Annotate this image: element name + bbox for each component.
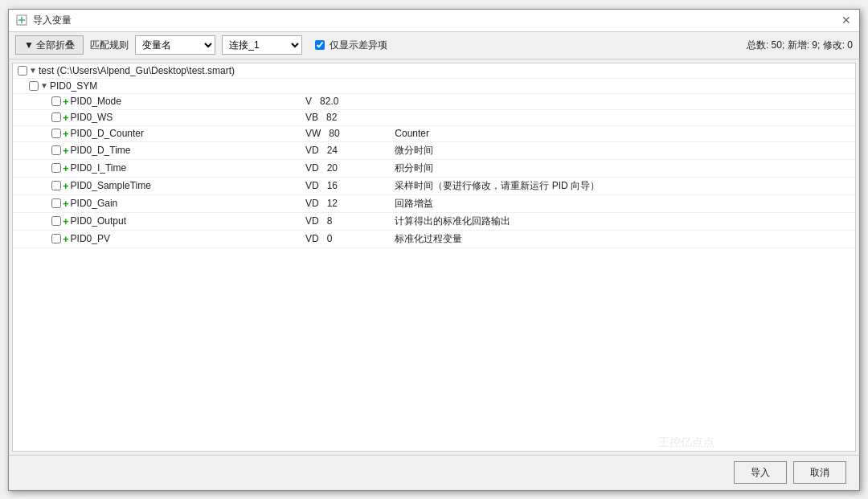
pid0-sampletime-checkbox[interactable] <box>51 181 61 190</box>
match-rule-label: 匹配规则 <box>90 39 129 52</box>
pid0-itime-type: VD 20 <box>302 159 391 177</box>
pid0-mode-comment <box>391 93 855 109</box>
pid0-dtime-name: + PID0_D_Time <box>16 145 299 157</box>
table-row[interactable]: + PID0_PV VD 0 标准化过程变量 <box>13 230 855 247</box>
pid0-pv-name: + PID0_PV <box>16 233 299 245</box>
main-area: ▼ test (C:\Users\Alpend_Gu\Desktop\test.… <box>9 59 859 455</box>
pid0-output-type: VD 8 <box>302 212 391 230</box>
show-diff-label: 仅显示差异项 <box>330 39 387 52</box>
pid0-dtime-comment: 微分时间 <box>391 141 855 159</box>
toolbar: ▼ 全部折叠 匹配规则 变量名 连接_1 仅显示差异项 总数: 50; 新增: … <box>9 32 859 59</box>
pid0-output-checkbox[interactable] <box>51 216 61 226</box>
pid0-mode-plus-icon: + <box>63 96 69 108</box>
pid0-ws-checkbox[interactable] <box>51 112 61 122</box>
pid0-output-name: + PID0_Output <box>16 215 299 227</box>
root-type <box>302 63 391 79</box>
pid0-dtime-type: VD 24 <box>302 141 391 159</box>
pid0-gain-checkbox[interactable] <box>51 198 61 208</box>
pid0-gain-name: + PID0_Gain <box>16 198 299 210</box>
pid0-pv-plus-icon: + <box>63 233 69 245</box>
table-row[interactable]: + PID0_D_Counter VW 80 Counter <box>13 125 855 141</box>
pid0-mode-checkbox[interactable] <box>51 96 61 106</box>
root-checkbox[interactable] <box>18 66 27 76</box>
pid0-sampletime-type: VD 16 <box>302 177 391 194</box>
variable-tree-table: ▼ test (C:\Users\Alpend_Gu\Desktop\test.… <box>13 63 855 248</box>
pid0-pv-checkbox[interactable] <box>51 234 61 243</box>
pid0-dcounter-name: + PID0_D_Counter <box>16 128 299 140</box>
pid0-dtime-plus-icon: + <box>63 145 69 157</box>
pid0-dcounter-plus-icon: + <box>63 128 69 140</box>
pid0-sym-expand-icon[interactable]: ▼ <box>40 81 48 90</box>
title-bar: 导入变量 ✕ <box>9 10 859 32</box>
table-row[interactable]: + PID0_D_Time VD 24 微分时间 <box>13 141 855 159</box>
import-variables-dialog: 导入变量 ✕ ▼ 全部折叠 匹配规则 变量名 连接_1 仅显示差异项 总数: 5… <box>8 9 860 491</box>
dialog-title: 导入变量 <box>33 14 72 27</box>
root-label: test (C:\Users\Alpend_Gu\Desktop\test.sm… <box>39 65 235 76</box>
pid0-mode-name: + PID0_Mode <box>16 96 299 108</box>
pid0-itime-checkbox[interactable] <box>51 163 61 173</box>
root-expand-icon[interactable]: ▼ <box>29 66 37 75</box>
pid0-output-comment: 计算得出的标准化回路输出 <box>391 212 855 230</box>
pid0-ws-name: + PID0_WS <box>16 112 299 124</box>
pid0-gain-comment: 回路增益 <box>391 194 855 212</box>
pid0-dcounter-checkbox[interactable] <box>51 129 61 138</box>
pid0-sym-node: ▼ PID0_SYM <box>16 80 299 92</box>
pid0-dcounter-comment: Counter <box>391 125 855 141</box>
pid0-mode-type: V 82.0 <box>302 93 391 109</box>
tree-row[interactable]: ▼ PID0_SYM <box>13 78 855 93</box>
pid0-sym-checkbox[interactable] <box>29 81 39 91</box>
pid0-ws-type: VB 82 <box>302 109 391 125</box>
connection-select[interactable]: 连接_1 <box>222 35 302 55</box>
table-row[interactable]: + PID0_Output VD 8 计算得出的标准化回路输出 <box>13 212 855 230</box>
pid0-itime-comment: 积分时间 <box>391 159 855 177</box>
pid0-sym-type <box>302 78 391 93</box>
table-row[interactable]: + PID0_WS VB 82 <box>13 109 855 125</box>
table-row[interactable]: + PID0_SampleTime VD 16 采样时间（要进行修改，请重新运行… <box>13 177 855 194</box>
pid0-sym-label: PID0_SYM <box>50 80 97 92</box>
import-button[interactable]: 导入 <box>734 461 787 484</box>
pid0-pv-type: VD 0 <box>302 230 391 247</box>
pid0-pv-comment: 标准化过程变量 <box>391 230 855 247</box>
pid0-sampletime-name: + PID0_SampleTime <box>16 180 299 192</box>
pid0-gain-plus-icon: + <box>63 198 69 210</box>
footer: 王控亿点点 导入 取消 <box>9 455 859 490</box>
title-bar-left: 导入变量 <box>15 14 72 27</box>
root-node: ▼ test (C:\Users\Alpend_Gu\Desktop\test.… <box>16 65 299 76</box>
tree-row[interactable]: ▼ test (C:\Users\Alpend_Gu\Desktop\test.… <box>13 63 855 79</box>
pid0-ws-plus-icon: + <box>63 112 69 124</box>
cancel-button[interactable]: 取消 <box>793 461 846 484</box>
show-diff-container: 仅显示差异项 <box>315 39 387 52</box>
show-diff-checkbox[interactable] <box>315 40 325 50</box>
pid0-output-plus-icon: + <box>63 215 69 227</box>
pid0-ws-comment <box>391 109 855 125</box>
table-row[interactable]: + PID0_I_Time VD 20 积分时间 <box>13 159 855 177</box>
toolbar-status: 总数: 50; 新增: 9; 修改: 0 <box>747 39 853 52</box>
pid0-dcounter-type: VW 80 <box>302 125 391 141</box>
table-row[interactable]: + PID0_Mode V 82.0 <box>13 93 855 109</box>
tree-panel[interactable]: ▼ test (C:\Users\Alpend_Gu\Desktop\test.… <box>12 63 856 452</box>
pid0-gain-type: VD 12 <box>302 194 391 212</box>
close-button[interactable]: ✕ <box>840 14 853 27</box>
collapse-all-button[interactable]: ▼ 全部折叠 <box>15 35 84 55</box>
pid0-itime-name: + PID0_I_Time <box>16 162 299 174</box>
pid0-dtime-checkbox[interactable] <box>51 145 61 155</box>
var-name-select[interactable]: 变量名 <box>135 35 215 55</box>
table-row[interactable]: + PID0_Gain VD 12 回路增益 <box>13 194 855 212</box>
pid0-sampletime-plus-icon: + <box>63 180 69 192</box>
pid0-sampletime-comment: 采样时间（要进行修改，请重新运行 PID 向导） <box>391 177 855 194</box>
pid0-itime-plus-icon: + <box>63 162 69 174</box>
dialog-icon <box>15 14 28 27</box>
root-comment <box>391 63 855 79</box>
pid0-sym-comment <box>391 78 855 93</box>
